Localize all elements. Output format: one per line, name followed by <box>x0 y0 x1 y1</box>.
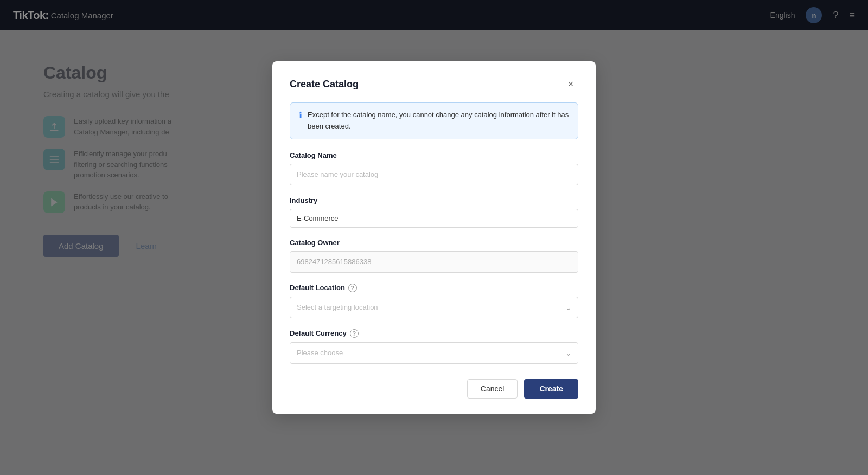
catalog-owner-label: Catalog Owner <box>290 239 578 247</box>
info-banner-text: Except for the catalog name, you cannot … <box>308 110 569 132</box>
modal-title: Create Catalog <box>290 79 359 90</box>
default-location-select[interactable]: Select a targeting location <box>290 297 578 318</box>
industry-label: Industry <box>290 196 578 204</box>
industry-value: E-Commerce <box>290 209 578 228</box>
catalog-owner-input <box>290 251 578 273</box>
default-currency-select-wrapper: Please choose ⌄ <box>290 342 578 364</box>
create-button[interactable]: Create <box>524 379 578 399</box>
catalog-owner-group: Catalog Owner <box>290 239 578 273</box>
catalog-name-input[interactable] <box>290 164 578 185</box>
catalog-name-label: Catalog Name <box>290 151 578 159</box>
default-currency-help-icon[interactable]: ? <box>350 329 359 338</box>
modal-close-button[interactable]: × <box>563 76 578 92</box>
modal-header: Create Catalog × <box>290 76 578 92</box>
industry-group: Industry E-Commerce <box>290 196 578 228</box>
default-currency-group: Default Currency ? Please choose ⌄ <box>290 329 578 364</box>
info-banner: ℹ Except for the catalog name, you canno… <box>290 102 578 139</box>
modal-overlay: Create Catalog × ℹ Except for the catalo… <box>0 0 868 475</box>
info-icon: ℹ <box>299 110 302 120</box>
default-location-select-wrapper: Select a targeting location ⌄ <box>290 297 578 318</box>
default-location-help-icon[interactable]: ? <box>348 284 357 292</box>
create-catalog-modal: Create Catalog × ℹ Except for the catalo… <box>272 61 596 414</box>
default-location-group: Default Location ? Select a targeting lo… <box>290 284 578 318</box>
modal-footer: Cancel Create <box>290 379 578 399</box>
cancel-button[interactable]: Cancel <box>467 379 518 399</box>
default-location-label: Default Location ? <box>290 284 578 292</box>
default-currency-select[interactable]: Please choose <box>290 342 578 364</box>
catalog-name-group: Catalog Name <box>290 151 578 185</box>
default-currency-label: Default Currency ? <box>290 329 578 338</box>
